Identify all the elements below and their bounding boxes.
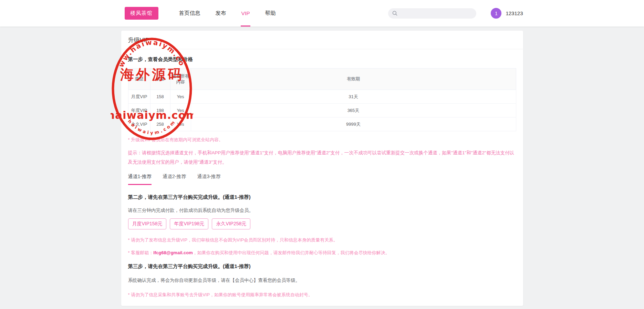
upgrade-vip-card: 升级VIP 第一步，查看会员类型和价格 类型价格查看所有内容有效期月度VIP15… (121, 31, 523, 306)
note-valid-period: * 升级成VIP会员后在有效期内可浏览全站内容。 (128, 137, 516, 143)
page-title: 升级VIP (128, 36, 516, 44)
user-avatar[interactable]: 1 (491, 8, 501, 19)
step1-title: 第一步，查看会员类型和价格 (128, 56, 516, 63)
table-header-cell: 有效期 (191, 69, 516, 90)
note-review-policy: * 请勿为了发布信息去升级VIP，我们审核信息不会因为VIP会员而区别对待，只和… (128, 237, 516, 243)
table-cell: 198 (150, 104, 170, 117)
payment-channel-tip: 提示：请根据情况选择通道支付，手机和APP用户推荐使用"通道1"支付，电脑用户推… (128, 148, 516, 167)
table-row: 月度VIP158Yes31天 (128, 90, 516, 104)
page-content: 升级VIP 第一步，查看会员类型和价格 类型价格查看所有内容有效期月度VIP15… (121, 27, 523, 309)
table-header-cell: 价格 (150, 69, 170, 90)
table-cell: 258 (150, 117, 170, 131)
tab-channel-3[interactable]: 通道3-推荐 (197, 174, 220, 185)
support-email-address[interactable]: lfcg68@gmail.com (153, 250, 193, 255)
nav-item-vip[interactable]: VIP (241, 0, 251, 27)
top-navigation-bar: 楼凤茶馆 首页信息 发布 VIP 帮助 1 123123 (0, 0, 644, 27)
buy-permanent-vip-button[interactable]: 永久VIP258元 (212, 218, 250, 229)
table-cell: Yes (170, 90, 191, 104)
step3-title: 第三步，请先在第三方平台购买完成升级。(通道1-推荐) (128, 263, 516, 270)
table-row: 年度VIP198Yes365天 (128, 104, 516, 117)
card-header: 升级VIP (121, 31, 523, 49)
note-support-email: * 客服邮箱：lfcg68@gmail.com，如果你在购买和使用中出现任何问题… (128, 250, 516, 256)
vip-price-table: 类型价格查看所有内容有效期月度VIP158Yes31天年度VIP198Yes36… (128, 68, 516, 131)
table-cell: 31天 (191, 90, 516, 104)
step2-title: 第二步，请先在第三方平台购买完成升级。(通道1-推荐) (128, 194, 516, 200)
support-email-prefix: * 客服邮箱： (128, 250, 154, 255)
table-cell: Yes (170, 117, 191, 131)
site-logo[interactable]: 楼凤茶馆 (125, 7, 158, 20)
table-header-cell: 查看所有内容 (170, 69, 191, 90)
buy-monthly-vip-button[interactable]: 月度VIP158元 (128, 218, 167, 229)
table-header-row: 类型价格查看所有内容有效期 (128, 69, 516, 90)
search-icon (392, 11, 397, 16)
nav-item-publish[interactable]: 发布 (215, 0, 227, 27)
nav-item-help[interactable]: 帮助 (264, 0, 276, 27)
buy-yearly-vip-button[interactable]: 年度VIP198元 (170, 218, 208, 229)
tab-channel-2[interactable]: 通道2-推荐 (163, 174, 186, 185)
table-header-cell: 类型 (128, 69, 150, 90)
username-label[interactable]: 123123 (506, 10, 523, 16)
table-cell: Yes (170, 104, 191, 117)
table-cell: 365天 (191, 104, 516, 117)
table-cell: 9999天 (191, 117, 516, 131)
note-ban-warning: * 请勿为了信息采集和共享账号去升级VIP，如果你的账号使用频率异常将会被系统自… (128, 292, 516, 298)
step3-desc: 系统确认完成，将会为你自动更新会员等级，请在【会员中心】查看您的会员等级。 (128, 277, 516, 284)
tab-channel-1[interactable]: 通道1-推荐 (128, 174, 152, 185)
table-cell: 年度VIP (128, 104, 150, 117)
table-cell: 月度VIP (128, 90, 150, 104)
buy-button-row: 月度VIP158元 年度VIP198元 永久VIP258元 (128, 218, 516, 229)
table-cell: 158 (150, 90, 170, 104)
table-row: 永久VIP258Yes9999天 (128, 117, 516, 131)
support-email-suffix: ，如果你在购买和使用中出现任何问题，请发邮件给我们并耐心等待回复，我们将会尽快给… (193, 250, 390, 255)
main-nav: 首页信息 发布 VIP 帮助 (178, 0, 290, 27)
table-cell: 永久VIP (128, 117, 150, 131)
search-input[interactable] (400, 11, 472, 16)
search-box[interactable] (388, 8, 476, 19)
step2-desc: 请在三分钟内完成付款，付款成功后系统自动为您升级会员。 (128, 207, 516, 214)
nav-item-home[interactable]: 首页信息 (178, 0, 201, 27)
channel-tabs: 通道1-推荐 通道2-推荐 通道3-推荐 (128, 174, 516, 185)
